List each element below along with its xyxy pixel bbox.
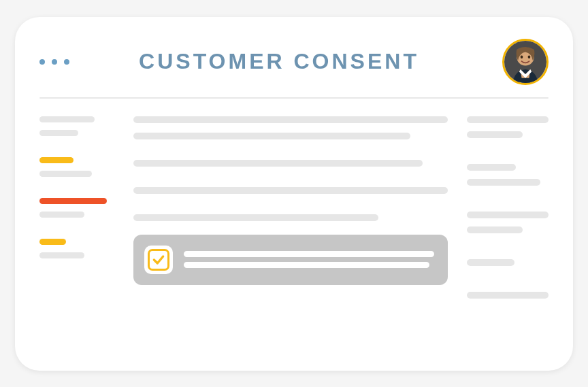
info-line (467, 179, 540, 186)
text-line (133, 214, 378, 221)
checkbox-inner (148, 249, 169, 271)
text-line (133, 116, 448, 123)
check-icon (152, 253, 165, 267)
right-sidebar (467, 116, 549, 307)
nav-item[interactable] (39, 252, 84, 258)
consent-checkbox[interactable] (144, 246, 173, 274)
user-avatar[interactable] (502, 39, 549, 85)
text-line (184, 262, 429, 268)
info-line (467, 164, 516, 171)
text-line (133, 133, 410, 139)
nav-item[interactable] (39, 116, 95, 122)
main-content (133, 116, 448, 307)
consent-card: CUSTOMER CONSENT (15, 17, 573, 371)
content-body (39, 116, 549, 307)
info-line (467, 131, 523, 138)
nav-item[interactable] (39, 130, 78, 136)
text-line (184, 251, 434, 257)
svg-point-2 (521, 55, 523, 58)
text-line (133, 187, 448, 194)
header: CUSTOMER CONSENT (39, 39, 549, 85)
nav-item[interactable] (39, 171, 92, 177)
consent-text (184, 246, 434, 273)
header-divider (39, 97, 549, 99)
nav-item-active-yellow[interactable] (39, 239, 66, 245)
info-line (467, 116, 549, 123)
nav-item-active-yellow[interactable] (39, 157, 74, 163)
info-line (467, 212, 549, 218)
avatar-icon (504, 41, 546, 83)
info-line (467, 259, 514, 266)
nav-item[interactable] (39, 212, 84, 218)
info-line (467, 292, 549, 299)
dot-icon (39, 59, 45, 65)
nav-item-active-red[interactable] (39, 198, 107, 204)
text-line (133, 160, 423, 167)
consent-box (133, 235, 448, 285)
svg-point-3 (528, 55, 531, 58)
info-line (467, 226, 523, 233)
page-title: CUSTOMER CONSENT (56, 49, 502, 74)
left-sidebar (39, 116, 114, 307)
